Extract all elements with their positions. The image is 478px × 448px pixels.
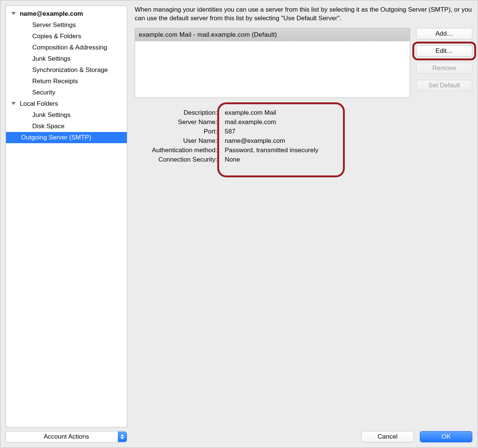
main-panel: When managing your identities you can us…: [135, 6, 472, 442]
account-actions-label: Account Actions: [44, 433, 89, 441]
tree-account-1[interactable]: name@example.com: [6, 8, 127, 19]
detail-label-description: Description:: [138, 109, 221, 117]
detail-label-port: Port:: [138, 128, 221, 135]
account-actions-dropdown[interactable]: Account Actions: [6, 431, 127, 442]
cancel-button-label: Cancel: [378, 433, 398, 441]
dialog-footer: Cancel OK: [135, 426, 472, 442]
detail-value-auth-method: Password, transmitted insecurely: [221, 147, 341, 154]
edit-button-label: Edit…: [436, 47, 453, 55]
cancel-button[interactable]: Cancel: [361, 431, 414, 442]
detail-label-auth-method: Authentication method:: [138, 147, 221, 154]
intro-text: When managing your identities you can us…: [135, 6, 472, 23]
disclosure-triangle-icon[interactable]: [11, 12, 16, 15]
smtp-details: Description: example.com Mail Server Nam…: [135, 105, 347, 168]
add-button[interactable]: Add…: [416, 28, 472, 39]
smtp-server-item[interactable]: example.com Mail - mail.example.com (Def…: [135, 28, 410, 41]
tree-local-folders[interactable]: Local Folders: [6, 98, 127, 109]
set-default-button[interactable]: Set Default: [416, 80, 472, 91]
tree-item-security[interactable]: Security: [6, 87, 127, 98]
dropdown-arrows-icon: [118, 432, 127, 442]
smtp-server-list[interactable]: example.com Mail - mail.example.com (Def…: [135, 28, 410, 98]
detail-label-server-name: Server Name:: [138, 118, 221, 126]
content-area: name@example.com Server Settings Copies …: [6, 6, 472, 442]
remove-button[interactable]: Remove: [416, 63, 472, 74]
detail-value-description: example.com Mail: [221, 109, 341, 117]
sidebar: name@example.com Server Settings Copies …: [6, 6, 127, 442]
tree-label: Local Folders: [20, 100, 58, 107]
tree-item-composition-addressing[interactable]: Composition & Addressing: [6, 42, 127, 53]
detail-label-conn-security: Connection Security:: [138, 156, 221, 163]
tree-item-copies-folders[interactable]: Copies & Folders: [6, 31, 127, 42]
smtp-list-area: example.com Mail - mail.example.com (Def…: [135, 28, 472, 98]
detail-label-user-name: User Name:: [138, 137, 221, 145]
tree-item-outgoing-smtp[interactable]: Outgoing Server (SMTP): [6, 132, 127, 143]
edit-button[interactable]: Edit…: [416, 45, 472, 57]
tree-item-server-settings[interactable]: Server Settings: [6, 19, 127, 31]
tree-item-disk-space[interactable]: Disk Space: [6, 121, 127, 132]
add-button-label: Add…: [435, 30, 453, 37]
tree-item-sync-storage[interactable]: Synchronization & Storage: [6, 64, 127, 76]
tree-label: name@example.com: [20, 10, 83, 17]
set-default-button-label: Set Default: [428, 82, 460, 89]
detail-value-conn-security: None: [221, 156, 341, 163]
detail-value-port: 587: [221, 128, 341, 135]
detail-value-user-name: name@example.com: [221, 137, 341, 145]
tree-item-local-junk[interactable]: Junk Settings: [6, 109, 127, 121]
smtp-button-column: Add… Edit… Remove Set Default: [416, 28, 472, 98]
account-settings-window: name@example.com Server Settings Copies …: [0, 0, 478, 448]
disclosure-triangle-icon[interactable]: [11, 102, 16, 105]
tree-item-junk-settings[interactable]: Junk Settings: [6, 53, 127, 64]
tree-item-return-receipts[interactable]: Return Receipts: [6, 76, 127, 87]
account-tree[interactable]: name@example.com Server Settings Copies …: [6, 6, 127, 427]
ok-button-label: OK: [442, 433, 451, 441]
ok-button[interactable]: OK: [420, 431, 472, 442]
remove-button-label: Remove: [432, 64, 456, 72]
edit-button-wrapper: Edit…: [416, 45, 472, 57]
detail-value-server-name: mail.example.com: [221, 118, 341, 126]
